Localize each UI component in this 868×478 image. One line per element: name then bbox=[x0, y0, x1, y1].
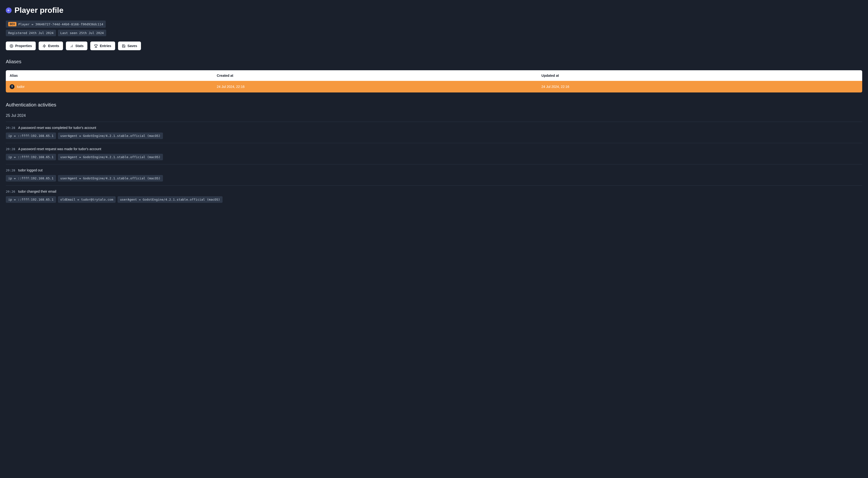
activity-time: 20:28 bbox=[6, 126, 15, 130]
tab-label: Properties bbox=[15, 44, 32, 48]
activity-tag: userAgent = GodotEngine/4.2.1.stable.off… bbox=[58, 154, 163, 160]
activity-tag: ip = ::ffff:192.168.65.1 bbox=[6, 154, 56, 160]
activity-time: 20:28 bbox=[6, 147, 15, 151]
gear-icon bbox=[10, 44, 13, 48]
activity-time: 20:26 bbox=[6, 190, 15, 193]
tab-label: Events bbox=[48, 44, 59, 48]
activity-description: tudor logged out bbox=[18, 168, 42, 172]
activity-item: 20:28A password reset request was made f… bbox=[6, 143, 862, 164]
svg-marker-1 bbox=[43, 44, 45, 48]
alias-created: 24 Jul 2024, 22:16 bbox=[213, 81, 537, 92]
tab-label: Entries bbox=[100, 44, 111, 48]
table-row[interactable]: T tudor 24 Jul 2024, 22:16 24 Jul 2024, … bbox=[6, 81, 862, 92]
bar-chart-icon bbox=[70, 44, 73, 48]
th-updated: Updated at bbox=[537, 70, 862, 81]
th-alias: Alias bbox=[6, 70, 213, 81]
tab-events[interactable]: Events bbox=[39, 41, 63, 50]
back-button[interactable] bbox=[6, 7, 11, 13]
svg-point-0 bbox=[11, 46, 12, 47]
save-icon bbox=[122, 44, 126, 48]
page-title: Player profile bbox=[14, 6, 63, 15]
activity-tag: ip = ::ffff:192.168.65.1 bbox=[6, 132, 56, 139]
tab-label: Saves bbox=[127, 44, 137, 48]
activity-item: 20:26tudor changed their emailip = ::fff… bbox=[6, 185, 862, 207]
activity-description: tudor changed their email bbox=[18, 189, 56, 193]
activity-tag: oldEmail = tudor@trytalo.com bbox=[58, 196, 116, 203]
tab-label: Stats bbox=[75, 44, 84, 48]
activity-tag: ip = ::ffff:192.168.65.1 bbox=[6, 175, 56, 182]
arrow-left-icon bbox=[7, 9, 10, 12]
tab-entries[interactable]: Entries bbox=[90, 41, 115, 50]
registered-badge: Registered 24th Jul 2024 bbox=[6, 30, 56, 36]
tab-saves[interactable]: Saves bbox=[118, 41, 141, 50]
auth-date: 25 Jul 2024 bbox=[6, 114, 862, 118]
activity-tag: userAgent = GodotEngine/4.2.1.stable.off… bbox=[118, 196, 222, 203]
activity-description: A password reset request was made for tu… bbox=[18, 147, 101, 151]
auth-heading: Authentication activities bbox=[6, 102, 862, 108]
activity-item: 20:28tudor logged outip = ::ffff:192.168… bbox=[6, 164, 862, 185]
activity-tag: userAgent = GodotEngine/4.2.1.stable.off… bbox=[58, 175, 163, 182]
player-id-badge: DEV Player = 30646727-744d-44b0-8168-f90… bbox=[6, 21, 106, 28]
activity-tag: ip = ::ffff:192.168.65.1 bbox=[6, 196, 56, 203]
dev-tag: DEV bbox=[8, 22, 17, 26]
trophy-icon bbox=[94, 44, 98, 48]
activity-item: 20:28A password reset was completed for … bbox=[6, 122, 862, 143]
tab-stats[interactable]: Stats bbox=[66, 41, 87, 50]
activity-tag: userAgent = GodotEngine/4.2.1.stable.off… bbox=[58, 132, 163, 139]
alias-provider-icon: T bbox=[10, 84, 14, 89]
activity-description: A password reset was completed for tudor… bbox=[18, 126, 96, 130]
aliases-heading: Aliases bbox=[6, 59, 862, 64]
aliases-table: Alias Created at Updated at T tudor 24 J… bbox=[6, 70, 862, 92]
th-created: Created at bbox=[213, 70, 537, 81]
alias-name: tudor bbox=[17, 85, 25, 89]
lightning-icon bbox=[42, 44, 46, 48]
activity-time: 20:28 bbox=[6, 169, 15, 172]
alias-updated: 24 Jul 2024, 22:16 bbox=[537, 81, 862, 92]
player-id-text: Player = 30646727-744d-44b0-8168-f90d936… bbox=[18, 23, 103, 26]
last-seen-badge: Last seen 25th Jul 2024 bbox=[58, 30, 106, 36]
tab-properties[interactable]: Properties bbox=[6, 41, 36, 50]
